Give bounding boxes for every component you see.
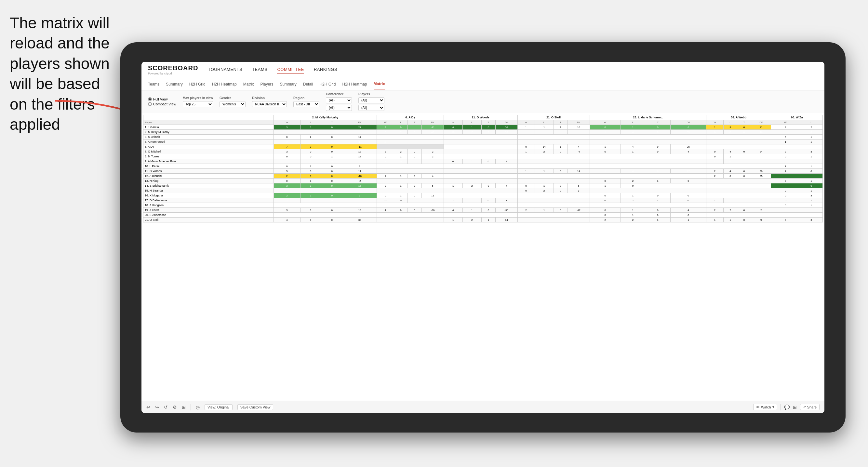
cell: 1 [535,169,554,174]
cell: 0 [645,145,670,149]
table-row: 5. A Nomrowski 310-11 -1 11 [144,139,823,145]
division-filter: Division NCAA Division II NCAA Division … [252,96,287,107]
undo-icon[interactable]: ↩ [146,405,150,410]
cell: 3 [274,139,300,145]
table-row: 19. J Karrh 31019 400-20 410-35 210-12 0… [144,208,823,213]
cell: 2 [377,149,394,154]
sub-nav-detail[interactable]: Detail [303,80,313,89]
player-name: 18. J Hodgson [144,203,274,208]
max-players-select[interactable]: Top 25 Top 50 Top 100 [183,101,213,107]
cell: 18 [343,154,377,159]
cell: 0 [771,198,800,203]
matrix-container[interactable]: 2. M Kelly Mulcahy 6. A Dy 11. G Woods 2… [142,113,825,405]
cell [407,198,443,203]
cell: 1 [462,159,481,164]
player-name: 20. E Andersson [144,213,274,218]
cell: 5 [274,169,300,174]
grid-icon[interactable]: ⊞ [793,405,797,410]
sub-nav-summary[interactable]: Summary [166,80,182,89]
sub-nav-matrix[interactable]: Matrix [243,80,254,89]
sub-nav-h2h-heatmap2[interactable]: H2H Heatmap [342,80,367,89]
player-name: 3. S Jelinek [144,135,274,139]
nav-committee[interactable]: COMMITTEE [277,65,304,74]
cell: 1 [300,179,321,183]
cell: 0 [321,208,343,213]
col-dif4: Dif [567,120,590,125]
sub-nav-h2h-grid2[interactable]: H2H Grid [319,80,336,89]
watch-button[interactable]: 👁 Watch ▾ [753,404,777,410]
cell: 0 [737,130,751,135]
cell: 0 [481,183,495,188]
sub-nav-teams[interactable]: Teams [148,80,159,89]
comment-icon[interactable]: 💬 [784,405,789,410]
col-t1: T [321,120,343,125]
cell: 0 [771,218,800,222]
cell: 0 [407,183,422,188]
cell: 0 [706,154,723,159]
gender-filter: Gender Women's Men's [219,96,246,107]
filters-bar: Full View Compact View Max players in vi… [142,90,825,113]
cell: -2 [377,198,394,203]
cell [590,203,706,208]
conference-select[interactable]: (All) [326,97,352,103]
share-button[interactable]: ↗ Share [800,404,819,410]
gender-select[interactable]: Women's Men's [219,101,246,107]
cell: 3 [274,183,300,188]
cell [394,139,444,145]
player-name: 13. N Klug [144,179,274,183]
sub-nav-summary2[interactable]: Summary [280,80,296,89]
sub-nav-matrix2[interactable]: Matrix [374,79,385,89]
cell: 0 [800,169,823,174]
cell: 4 [771,169,800,174]
full-view-radio[interactable]: Full View [148,97,176,101]
view-original-button[interactable]: View: Original [205,404,232,410]
cell [554,130,567,135]
sub-nav-players[interactable]: Players [260,80,273,89]
cell: 1 [300,198,321,203]
cell: 1 [590,183,621,188]
cell: 0 [670,198,706,203]
region-select[interactable]: East - DII West - DII (All) [293,101,319,107]
refresh-icon[interactable]: ↺ [164,405,168,410]
cell: 0 [407,149,422,154]
players-select[interactable]: (All) [359,97,384,103]
sub-nav-h2h-grid[interactable]: H2H Grid [189,80,206,89]
cell: 2 [422,149,444,154]
cell: 4 [422,174,444,179]
cell: 1 [300,183,321,188]
cell: 0 [274,154,300,159]
cell: 0 [300,159,321,164]
cell: 1 [300,139,321,145]
cell: 0 [590,125,621,130]
cell: 0 [706,149,723,154]
clock-icon[interactable]: ◷ [196,405,200,410]
redo-icon[interactable]: ↪ [155,405,159,410]
annotation-text: The matrix will reload and the players s… [10,13,114,135]
cell: 1 [300,125,321,130]
cell: 3 [274,198,300,203]
cell: 4 [621,145,645,149]
nav-tournaments[interactable]: TOURNAMENTS [208,65,242,74]
cell: 1 [462,208,481,213]
rank-header: Player [144,120,274,125]
cell: 0 [554,169,567,174]
cell [771,208,800,213]
save-custom-view-button[interactable]: Save Custom View [238,404,274,410]
cell: 0 [800,159,823,164]
player-name: 1. J Garcia [144,125,274,130]
conference-sub-select[interactable]: (All) [326,105,352,111]
cell: 40 [422,130,444,135]
cell: 0 [737,174,751,179]
cell: 3 [723,125,737,130]
sub-nav-h2h-heatmap[interactable]: H2H Heatmap [212,80,237,89]
zoom-icon[interactable]: ⊞ [182,405,186,410]
cell: 0 [321,159,343,164]
nav-rankings[interactable]: RANKINGS [314,65,337,74]
col-dif1: Dif [343,120,377,125]
nav-teams[interactable]: TEAMS [252,65,267,74]
settings-icon[interactable]: ⚙ [173,405,177,410]
players-sub-select[interactable]: (All) [359,105,384,111]
compact-view-radio[interactable]: Compact View [148,102,176,106]
division-select[interactable]: NCAA Division II NCAA Division I NCAA Di… [252,101,287,107]
cell: 2 [274,174,300,179]
